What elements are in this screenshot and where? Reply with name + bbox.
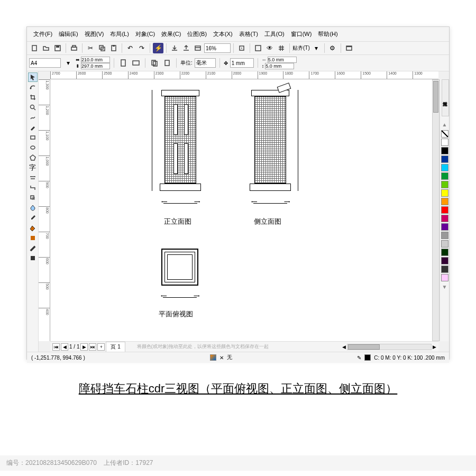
- outline-pen-icon[interactable]: [28, 243, 38, 253]
- shape-tool-icon[interactable]: [28, 83, 38, 92]
- swatch-none[interactable]: [441, 130, 448, 138]
- drop-shadow-icon[interactable]: [28, 193, 38, 203]
- color-swatch[interactable]: [441, 172, 448, 180]
- menu-file[interactable]: 文件(F): [31, 29, 54, 39]
- color-swatch[interactable]: [441, 155, 448, 163]
- undo-icon[interactable]: ↶: [125, 43, 135, 53]
- first-page-icon[interactable]: ⏮: [52, 343, 60, 351]
- color-swatch[interactable]: [441, 181, 448, 188]
- copy-icon[interactable]: [97, 43, 107, 53]
- options-icon[interactable]: ⚙: [327, 43, 338, 53]
- new-icon[interactable]: [29, 43, 40, 53]
- object-properties-tab[interactable]: 对象属性: [442, 79, 449, 116]
- color-swatch[interactable]: [441, 215, 448, 222]
- snap-icon[interactable]: [236, 43, 247, 53]
- palette-down-icon[interactable]: ▼: [442, 284, 447, 290]
- page-tab[interactable]: 页 1: [106, 342, 125, 352]
- menu-window[interactable]: 窗口(W): [289, 29, 314, 39]
- next-page-icon[interactable]: ▶: [80, 343, 88, 351]
- print-icon[interactable]: [69, 43, 79, 53]
- color-swatch[interactable]: [441, 257, 448, 264]
- landscape-icon[interactable]: [131, 58, 141, 68]
- scrollbar-vertical[interactable]: [432, 79, 440, 341]
- zoom-select[interactable]: [204, 43, 231, 53]
- pick-tool-icon[interactable]: [28, 72, 38, 82]
- polygon-tool-icon[interactable]: [28, 153, 38, 162]
- portrait-icon[interactable]: [118, 58, 129, 68]
- cut-icon[interactable]: ✂: [85, 43, 96, 53]
- eyedropper-icon[interactable]: [28, 213, 38, 223]
- export-icon[interactable]: [181, 43, 191, 53]
- fullscreen-icon[interactable]: [253, 43, 263, 53]
- transparency-tool-icon[interactable]: [28, 203, 38, 213]
- color-swatch[interactable]: [441, 164, 448, 171]
- menu-edit[interactable]: 编辑(E): [57, 29, 80, 39]
- color-swatch[interactable]: [441, 206, 448, 214]
- menu-table[interactable]: 表格(T): [237, 29, 260, 39]
- color-swatch[interactable]: [441, 266, 448, 273]
- save-icon[interactable]: [52, 43, 63, 53]
- color-swatch[interactable]: [441, 223, 448, 231]
- unit-select[interactable]: [195, 58, 216, 68]
- color-swatch[interactable]: [441, 240, 448, 248]
- scroll-right-icon[interactable]: ▶: [433, 344, 436, 350]
- menu-layout[interactable]: 布局(L): [108, 29, 131, 39]
- page-height-input[interactable]: [81, 63, 110, 69]
- dup-x-input[interactable]: [268, 57, 297, 63]
- freehand-tool-icon[interactable]: [28, 113, 38, 122]
- menu-view[interactable]: 视图(V): [83, 29, 106, 39]
- text-tool-icon[interactable]: 字: [28, 163, 38, 172]
- dup-y-input[interactable]: [265, 63, 294, 69]
- smart-fill-icon[interactable]: [28, 233, 38, 243]
- ruler-vertical: 1,3001,2001,1001,000900800700600500400: [39, 79, 50, 341]
- fill-tool-icon[interactable]: [28, 223, 38, 233]
- connector-tool-icon[interactable]: [28, 183, 38, 193]
- launcher-icon[interactable]: [344, 43, 354, 53]
- color-swatch[interactable]: [441, 198, 448, 205]
- scroll-left-icon[interactable]: ◀: [342, 344, 346, 350]
- all-pages-icon[interactable]: [149, 58, 160, 68]
- grid-icon[interactable]: [276, 43, 287, 53]
- separator: [66, 43, 66, 53]
- palette-up-icon[interactable]: ▲: [442, 122, 447, 127]
- color-swatch[interactable]: [441, 249, 448, 256]
- menu-effect[interactable]: 效果(C): [159, 29, 183, 39]
- preview-icon[interactable]: 👁: [264, 43, 275, 53]
- color-dock-hint: 将颜色(或对象)拖动至此处，以便将这些颜色与文档保存在一起: [137, 343, 269, 350]
- color-swatch[interactable]: [441, 232, 448, 239]
- import-icon[interactable]: [169, 43, 180, 53]
- color-swatch[interactable]: [441, 139, 448, 146]
- last-page-icon[interactable]: ⏭: [89, 343, 96, 351]
- paste-icon[interactable]: [108, 43, 119, 53]
- publish-icon[interactable]: [193, 43, 203, 53]
- page-size-select[interactable]: [29, 58, 61, 68]
- scrollbar-horizontal[interactable]: [347, 344, 432, 350]
- menu-text[interactable]: 文本(X): [211, 29, 235, 39]
- search-icon[interactable]: ⚡: [153, 43, 163, 53]
- nudge-input[interactable]: [230, 58, 254, 68]
- menu-bitmap[interactable]: 位图(B): [185, 29, 209, 39]
- parallel-dim-icon[interactable]: [28, 173, 38, 182]
- page-width-input[interactable]: [81, 57, 110, 63]
- crop-tool-icon[interactable]: [28, 93, 38, 102]
- ellipse-tool-icon[interactable]: [28, 143, 38, 152]
- color-swatch[interactable]: [441, 274, 448, 281]
- current-page-icon[interactable]: [162, 58, 172, 68]
- snap-to-label[interactable]: 贴齐(T): [292, 44, 310, 52]
- open-icon[interactable]: [41, 43, 51, 53]
- menu-object[interactable]: 对象(C): [133, 29, 157, 39]
- zoom-tool-icon[interactable]: [28, 103, 38, 112]
- menu-tool[interactable]: 工具(O): [262, 29, 287, 39]
- menu-help[interactable]: 帮助(H): [316, 29, 340, 39]
- prev-page-icon[interactable]: ◀: [61, 343, 68, 351]
- add-page-icon[interactable]: +: [97, 343, 105, 351]
- chevron-down-icon[interactable]: ▾: [63, 58, 74, 68]
- rectangle-tool-icon[interactable]: [28, 133, 38, 142]
- color-swatch[interactable]: [441, 189, 448, 197]
- fill-flyout-icon[interactable]: [28, 253, 38, 263]
- chevron-down-icon[interactable]: ▾: [311, 43, 322, 53]
- color-swatch[interactable]: [441, 147, 448, 154]
- redo-icon[interactable]: ↷: [136, 43, 147, 53]
- canvas[interactable]: ⟵ ⟶ 正立面图 ⟵ ⟶ 侧立面图: [50, 79, 438, 341]
- artistic-media-icon[interactable]: [28, 123, 38, 132]
